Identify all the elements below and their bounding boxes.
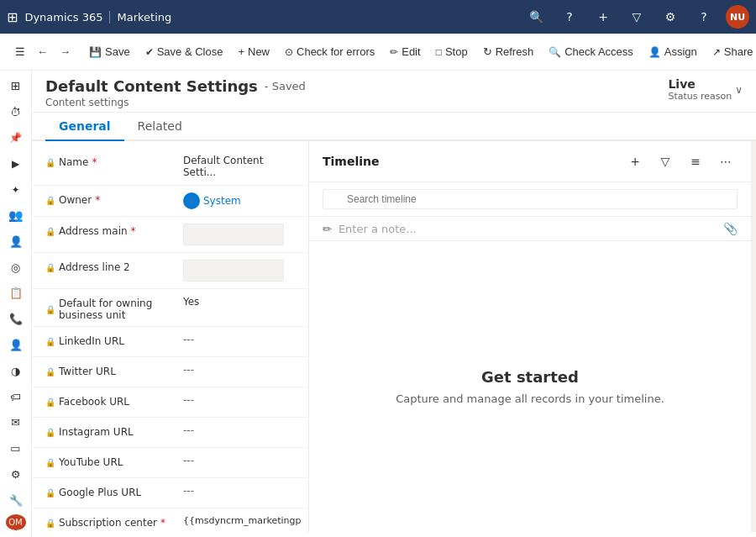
- tab-general[interactable]: General: [45, 113, 124, 141]
- form-row-owner: 🔒 Owner * 👤 System: [32, 186, 308, 217]
- required-star-addr: *: [131, 225, 136, 237]
- sidenav-gear[interactable]: ⚙: [1, 462, 31, 487]
- field-label-subscription: 🔒 Subscription center *: [45, 513, 180, 529]
- sidenav-pinned[interactable]: 📌: [1, 126, 31, 150]
- command-bar: ☰ ← → 💾 Save ✔ Save & Close + New ⊙ Chec…: [0, 34, 756, 71]
- search-icon[interactable]: 🔍: [524, 5, 548, 29]
- field-label-youtube: 🔒 YouTube URL: [45, 453, 180, 468]
- sidenav-circle[interactable]: ◑: [1, 359, 31, 383]
- sidenav-tag[interactable]: 🏷: [1, 385, 31, 409]
- timeline-add-button[interactable]: +: [623, 150, 647, 173]
- sidenav-bottom1[interactable]: 🔧: [1, 488, 31, 513]
- field-value-address2[interactable]: [180, 258, 295, 283]
- question-icon[interactable]: ?: [692, 5, 716, 29]
- avatar[interactable]: NU: [726, 5, 749, 29]
- module-name: Marketing: [109, 11, 171, 24]
- check-access-button[interactable]: 🔍 Check Access: [542, 40, 640, 63]
- tab-related[interactable]: Related: [124, 113, 196, 141]
- check-errors-button[interactable]: ⊙ Check for errors: [278, 40, 381, 63]
- field-value-name: Default Content Setti...: [180, 153, 295, 180]
- page-header: Default Content Settings - Saved Content…: [32, 71, 756, 113]
- form-row-linkedin: 🔒 LinkedIn URL ---: [32, 327, 308, 357]
- tabs-bar: General Related: [32, 113, 756, 141]
- lock-icon-googleplus: 🔒: [45, 488, 55, 498]
- back-icon: ←: [37, 45, 48, 58]
- form-row-subscription: 🔒 Subscription center * {{msdyncrm_marke…: [32, 508, 308, 532]
- form-row-twitter: 🔒 Twitter URL ---: [32, 357, 308, 387]
- timeline-empty-state: Get started Capture and manage all recor…: [309, 241, 751, 532]
- timeline-actions: + ▽ ≡ ⋯: [623, 150, 738, 173]
- hamburger-button[interactable]: ☰: [10, 42, 30, 61]
- timeline-note-area: ✏ Enter a note... 📎: [309, 217, 751, 241]
- lock-icon-subscription: 🔒: [45, 519, 55, 528]
- lock-icon-instagram: 🔒: [45, 428, 55, 437]
- status-label: Status reason: [668, 91, 732, 102]
- lock-icon-owner: 🔒: [45, 196, 55, 205]
- note-placeholder-text[interactable]: Enter a note...: [339, 223, 717, 235]
- lock-icon-twitter: 🔒: [45, 367, 55, 376]
- chevron-down-icon: ∨: [735, 84, 743, 96]
- address-main-input[interactable]: [183, 224, 284, 245]
- field-label-twitter: 🔒 Twitter URL: [45, 362, 180, 377]
- address2-input[interactable]: [183, 260, 284, 282]
- check-errors-icon: ⊙: [285, 46, 293, 58]
- forward-button[interactable]: →: [55, 42, 76, 61]
- field-label-address2: 🔒 Address line 2: [45, 258, 180, 273]
- sidenav-star[interactable]: ✦: [1, 177, 31, 202]
- form-row-address2: 🔒 Address line 2: [32, 253, 308, 289]
- field-value-googleplus: ---: [180, 483, 295, 498]
- sidenav-mail[interactable]: ✉: [1, 411, 31, 435]
- timeline-more-button[interactable]: ⋯: [714, 150, 738, 173]
- timeline-filter-button[interactable]: ▽: [654, 150, 677, 173]
- new-button[interactable]: + New: [231, 40, 276, 63]
- form-row-default-owning: 🔒 Default for owning business unit Yes: [32, 289, 308, 327]
- field-label-instagram: 🔒 Instagram URL: [45, 423, 180, 438]
- sidenav-recent[interactable]: ⏱: [1, 100, 31, 124]
- forward-icon: →: [60, 45, 71, 58]
- status-value: Live: [668, 77, 732, 91]
- sidenav-phone[interactable]: 📞: [1, 307, 31, 331]
- lock-icon-default: 🔒: [45, 305, 55, 314]
- timeline-search-input[interactable]: [323, 189, 738, 209]
- settings-icon[interactable]: ⚙: [659, 5, 682, 29]
- edit-button[interactable]: ✏ Edit: [383, 40, 427, 63]
- field-value-address-main[interactable]: [180, 222, 295, 247]
- field-value-instagram: ---: [180, 423, 295, 438]
- scrollbar-track[interactable]: [751, 141, 756, 532]
- lock-icon-address: 🔒: [45, 227, 55, 236]
- sidenav-target[interactable]: ◎: [1, 255, 31, 280]
- add-icon[interactable]: +: [591, 5, 615, 29]
- required-star: *: [92, 156, 97, 168]
- back-button[interactable]: ←: [32, 42, 53, 61]
- assign-button[interactable]: 👤 Assign: [642, 40, 704, 63]
- field-label-owner: 🔒 Owner *: [45, 191, 180, 206]
- filter-icon[interactable]: ▽: [625, 5, 648, 29]
- form-row-facebook: 🔒 Facebook URL ---: [32, 387, 308, 418]
- assign-icon: 👤: [648, 46, 661, 58]
- top-navigation: ⊞ Dynamics 365 Marketing 🔍 ? + ▽ ⚙ ? NU: [0, 0, 756, 34]
- refresh-button[interactable]: ↻ Refresh: [476, 40, 541, 63]
- stop-button[interactable]: □ Stop: [429, 40, 475, 63]
- sidenav-play[interactable]: ▶: [1, 151, 31, 176]
- sidenav-om[interactable]: OM: [6, 514, 26, 530]
- grid-icon[interactable]: ⊞: [7, 9, 18, 25]
- sidenav-person2[interactable]: 👤: [1, 333, 31, 357]
- help-icon[interactable]: ?: [558, 5, 581, 29]
- lock-icon-youtube: 🔒: [45, 458, 55, 467]
- sidenav-box[interactable]: ▭: [1, 436, 31, 461]
- sidenav-report[interactable]: 📋: [1, 282, 31, 306]
- attach-icon[interactable]: 📎: [723, 222, 738, 235]
- field-label-linkedin: 🔒 LinkedIn URL: [45, 332, 180, 347]
- field-label-name: 🔒 Name *: [45, 153, 180, 168]
- save-close-button[interactable]: ✔ Save & Close: [139, 40, 230, 63]
- sidenav-home[interactable]: ⊞: [1, 74, 31, 98]
- timeline-list-button[interactable]: ≡: [684, 150, 707, 173]
- edit-note-icon: ✏: [323, 223, 332, 235]
- share-button[interactable]: ↗ Share: [706, 40, 756, 63]
- app-logo-area: ⊞ Dynamics 365 Marketing: [7, 9, 171, 25]
- save-button[interactable]: 💾 Save: [82, 40, 137, 63]
- sidenav-contacts[interactable]: 👥: [1, 203, 31, 228]
- sidenav-person[interactable]: 👤: [1, 229, 31, 254]
- status-area[interactable]: Live Status reason ∨: [668, 77, 743, 102]
- field-value-owner[interactable]: 👤 System: [180, 191, 295, 211]
